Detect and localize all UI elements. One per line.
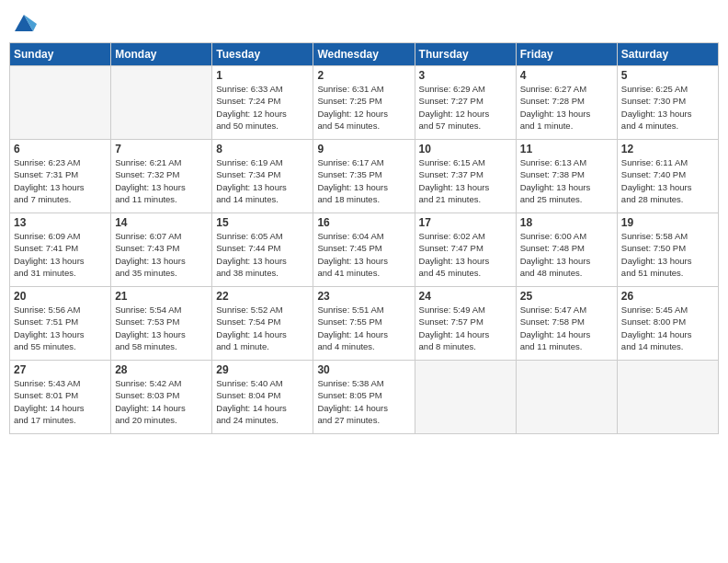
col-header-wednesday: Wednesday <box>313 43 415 66</box>
day-number: 12 <box>621 143 714 155</box>
day-number: 28 <box>115 363 208 376</box>
calendar-cell: 24Sunrise: 5:49 AM Sunset: 7:57 PM Dayli… <box>415 287 516 361</box>
calendar-cell: 25Sunrise: 5:47 AM Sunset: 7:58 PM Dayli… <box>516 287 617 361</box>
col-header-sunday: Sunday <box>10 43 111 66</box>
day-number: 7 <box>115 143 208 155</box>
col-header-friday: Friday <box>516 43 617 66</box>
day-number: 2 <box>317 69 410 82</box>
calendar-cell: 1Sunrise: 6:33 AM Sunset: 7:24 PM Daylig… <box>212 66 313 140</box>
sun-info: Sunrise: 6:17 AM Sunset: 7:35 PM Dayligh… <box>317 156 410 205</box>
sun-info: Sunrise: 5:42 AM Sunset: 8:03 PM Dayligh… <box>115 377 208 426</box>
week-row-5: 27Sunrise: 5:43 AM Sunset: 8:01 PM Dayli… <box>10 361 719 434</box>
sun-info: Sunrise: 6:33 AM Sunset: 7:24 PM Dayligh… <box>216 83 309 132</box>
day-number: 4 <box>520 69 613 82</box>
week-row-1: 1Sunrise: 6:33 AM Sunset: 7:24 PM Daylig… <box>10 66 719 140</box>
sun-info: Sunrise: 5:40 AM Sunset: 8:04 PM Dayligh… <box>216 377 309 426</box>
calendar-cell: 19Sunrise: 5:58 AM Sunset: 7:50 PM Dayli… <box>617 213 718 287</box>
sun-info: Sunrise: 5:47 AM Sunset: 7:58 PM Dayligh… <box>520 304 613 352</box>
col-header-thursday: Thursday <box>415 43 516 66</box>
day-number: 27 <box>14 363 107 376</box>
day-number: 13 <box>14 216 107 229</box>
week-row-3: 13Sunrise: 6:09 AM Sunset: 7:41 PM Dayli… <box>10 213 719 287</box>
logo-icon <box>11 9 37 35</box>
day-number: 20 <box>14 290 107 303</box>
sun-info: Sunrise: 6:25 AM Sunset: 7:30 PM Dayligh… <box>621 83 714 132</box>
calendar-cell: 9Sunrise: 6:17 AM Sunset: 7:35 PM Daylig… <box>313 140 415 213</box>
sun-info: Sunrise: 6:00 AM Sunset: 7:48 PM Dayligh… <box>520 230 613 279</box>
day-number: 3 <box>419 69 512 82</box>
calendar-cell: 8Sunrise: 6:19 AM Sunset: 7:34 PM Daylig… <box>212 140 313 213</box>
calendar-cell: 15Sunrise: 6:05 AM Sunset: 7:44 PM Dayli… <box>212 213 313 287</box>
day-number: 26 <box>621 290 714 303</box>
calendar-cell: 18Sunrise: 6:00 AM Sunset: 7:48 PM Dayli… <box>516 213 617 287</box>
calendar-table: SundayMondayTuesdayWednesdayThursdayFrid… <box>9 42 719 434</box>
col-header-saturday: Saturday <box>617 43 718 66</box>
header-row: SundayMondayTuesdayWednesdayThursdayFrid… <box>10 43 719 66</box>
day-number: 22 <box>216 290 309 303</box>
calendar-cell <box>617 361 718 434</box>
day-number: 9 <box>317 143 410 155</box>
calendar-cell: 14Sunrise: 6:07 AM Sunset: 7:43 PM Dayli… <box>111 213 212 287</box>
day-number: 6 <box>14 143 107 155</box>
calendar-cell: 21Sunrise: 5:54 AM Sunset: 7:53 PM Dayli… <box>111 287 212 361</box>
calendar-cell: 16Sunrise: 6:04 AM Sunset: 7:45 PM Dayli… <box>313 213 415 287</box>
calendar-cell <box>415 361 516 434</box>
day-number: 8 <box>216 143 309 155</box>
sun-info: Sunrise: 5:51 AM Sunset: 7:55 PM Dayligh… <box>317 304 410 352</box>
sun-info: Sunrise: 6:07 AM Sunset: 7:43 PM Dayligh… <box>115 230 208 279</box>
calendar-cell: 26Sunrise: 5:45 AM Sunset: 8:00 PM Dayli… <box>617 287 718 361</box>
sun-info: Sunrise: 5:56 AM Sunset: 7:51 PM Dayligh… <box>14 304 107 352</box>
day-number: 25 <box>520 290 613 303</box>
calendar-cell: 13Sunrise: 6:09 AM Sunset: 7:41 PM Dayli… <box>10 213 111 287</box>
col-header-monday: Monday <box>111 43 212 66</box>
calendar-cell: 28Sunrise: 5:42 AM Sunset: 8:03 PM Dayli… <box>111 361 212 434</box>
sun-info: Sunrise: 6:11 AM Sunset: 7:40 PM Dayligh… <box>621 156 714 205</box>
sun-info: Sunrise: 6:04 AM Sunset: 7:45 PM Dayligh… <box>317 230 410 279</box>
calendar-cell: 6Sunrise: 6:23 AM Sunset: 7:31 PM Daylig… <box>10 140 111 213</box>
calendar-cell: 10Sunrise: 6:15 AM Sunset: 7:37 PM Dayli… <box>415 140 516 213</box>
sun-info: Sunrise: 6:23 AM Sunset: 7:31 PM Dayligh… <box>14 156 107 205</box>
calendar-cell: 23Sunrise: 5:51 AM Sunset: 7:55 PM Dayli… <box>313 287 415 361</box>
calendar-cell: 29Sunrise: 5:40 AM Sunset: 8:04 PM Dayli… <box>212 361 313 434</box>
day-number: 11 <box>520 143 613 155</box>
day-number: 17 <box>419 216 512 229</box>
day-number: 5 <box>621 69 714 82</box>
sun-info: Sunrise: 6:13 AM Sunset: 7:38 PM Dayligh… <box>520 156 613 205</box>
day-number: 19 <box>621 216 714 229</box>
sun-info: Sunrise: 6:09 AM Sunset: 7:41 PM Dayligh… <box>14 230 107 279</box>
sun-info: Sunrise: 6:21 AM Sunset: 7:32 PM Dayligh… <box>115 156 208 205</box>
sun-info: Sunrise: 5:49 AM Sunset: 7:57 PM Dayligh… <box>419 304 512 352</box>
day-number: 21 <box>115 290 208 303</box>
calendar-cell: 11Sunrise: 6:13 AM Sunset: 7:38 PM Dayli… <box>516 140 617 213</box>
day-number: 10 <box>419 143 512 155</box>
calendar-cell: 27Sunrise: 5:43 AM Sunset: 8:01 PM Dayli… <box>10 361 111 434</box>
sun-info: Sunrise: 5:58 AM Sunset: 7:50 PM Dayligh… <box>621 230 714 279</box>
day-number: 14 <box>115 216 208 229</box>
sun-info: Sunrise: 5:38 AM Sunset: 8:05 PM Dayligh… <box>317 377 410 426</box>
sun-info: Sunrise: 6:02 AM Sunset: 7:47 PM Dayligh… <box>419 230 512 279</box>
day-number: 18 <box>520 216 613 229</box>
day-number: 29 <box>216 363 309 376</box>
logo <box>9 9 37 35</box>
col-header-tuesday: Tuesday <box>212 43 313 66</box>
calendar-cell: 12Sunrise: 6:11 AM Sunset: 7:40 PM Dayli… <box>617 140 718 213</box>
sun-info: Sunrise: 6:05 AM Sunset: 7:44 PM Dayligh… <box>216 230 309 279</box>
sun-info: Sunrise: 5:54 AM Sunset: 7:53 PM Dayligh… <box>115 304 208 352</box>
sun-info: Sunrise: 5:45 AM Sunset: 8:00 PM Dayligh… <box>621 304 714 352</box>
calendar-cell: 3Sunrise: 6:29 AM Sunset: 7:27 PM Daylig… <box>415 66 516 140</box>
day-number: 16 <box>317 216 410 229</box>
calendar-cell <box>516 361 617 434</box>
calendar-cell: 7Sunrise: 6:21 AM Sunset: 7:32 PM Daylig… <box>111 140 212 213</box>
sun-info: Sunrise: 5:43 AM Sunset: 8:01 PM Dayligh… <box>14 377 107 426</box>
sun-info: Sunrise: 5:52 AM Sunset: 7:54 PM Dayligh… <box>216 304 309 352</box>
day-number: 24 <box>419 290 512 303</box>
day-number: 23 <box>317 290 410 303</box>
calendar-cell: 5Sunrise: 6:25 AM Sunset: 7:30 PM Daylig… <box>617 66 718 140</box>
calendar-cell: 2Sunrise: 6:31 AM Sunset: 7:25 PM Daylig… <box>313 66 415 140</box>
calendar-cell: 30Sunrise: 5:38 AM Sunset: 8:05 PM Dayli… <box>313 361 415 434</box>
day-number: 15 <box>216 216 309 229</box>
calendar-cell: 17Sunrise: 6:02 AM Sunset: 7:47 PM Dayli… <box>415 213 516 287</box>
calendar-cell <box>111 66 212 140</box>
page: SundayMondayTuesdayWednesdayThursdayFrid… <box>0 0 728 563</box>
sun-info: Sunrise: 6:15 AM Sunset: 7:37 PM Dayligh… <box>419 156 512 205</box>
